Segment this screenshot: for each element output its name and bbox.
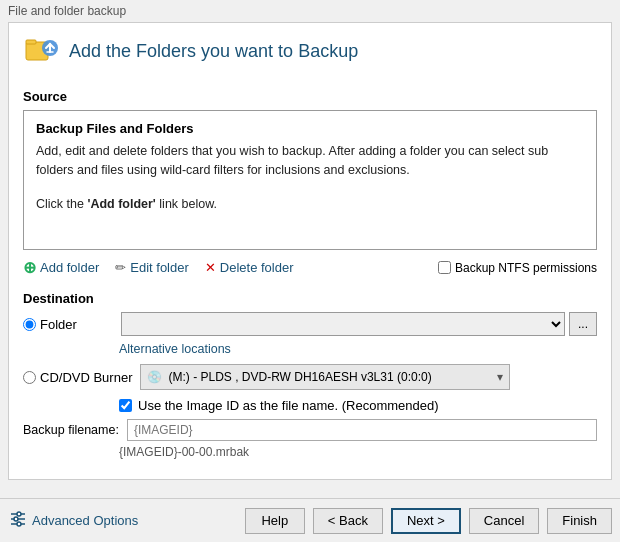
next-button[interactable]: Next > [391, 508, 461, 534]
finish-button[interactable]: Finish [547, 508, 612, 534]
ntfs-check: Backup NTFS permissions [438, 261, 597, 275]
source-box-text3: Click the 'Add folder' link below. [36, 195, 584, 214]
cd-radio[interactable] [23, 371, 36, 384]
folder-radio-label: Folder [23, 317, 113, 332]
filename-label: Backup filename: [23, 423, 119, 437]
folder-radio[interactable] [23, 318, 36, 331]
image-id-checkbox[interactable] [119, 399, 132, 412]
folder-row: Folder ... [23, 312, 597, 336]
x-icon: ✕ [205, 260, 216, 275]
title-bar-text: File and folder backup [8, 4, 126, 18]
folder-label: Folder [40, 317, 77, 332]
image-id-row: Use the Image ID as the file name. (Reco… [119, 398, 597, 413]
backup-icon [23, 33, 59, 69]
help-button[interactable]: Help [245, 508, 305, 534]
destination-label: Destination [23, 291, 597, 306]
ntfs-label: Backup NTFS permissions [455, 261, 597, 275]
filename-hint: {IMAGEID}-00-00.mrbak [119, 445, 597, 459]
image-id-label: Use the Image ID as the file name. (Reco… [138, 398, 439, 413]
cd-row: CD/DVD Burner 💿 (M:) - PLDS , DVD-RW DH1… [23, 364, 597, 390]
add-folder-link[interactable]: ⊕ Add folder [23, 258, 99, 277]
edit-folder-link[interactable]: ✏ Edit folder [115, 260, 189, 275]
cd-label: CD/DVD Burner [40, 370, 132, 385]
browse-button[interactable]: ... [569, 312, 597, 336]
page-title: Add the Folders you want to Backup [69, 41, 358, 62]
source-actions: ⊕ Add folder ✏ Edit folder ✕ Delete fold… [23, 258, 597, 277]
main-panel: Add the Folders you want to Backup Sourc… [8, 22, 612, 480]
folder-dropdown[interactable] [121, 312, 565, 336]
cd-model-text: (M:) - PLDS , DVD-RW DH16AESH v3L31 (0:0… [168, 370, 431, 384]
advanced-options-label: Advanced Options [32, 513, 138, 528]
source-label: Source [23, 89, 597, 104]
delete-folder-link[interactable]: ✕ Delete folder [205, 260, 294, 275]
svg-point-10 [14, 517, 18, 521]
advanced-icon [8, 509, 28, 533]
cd-dropdown-arrow: ▾ [497, 370, 503, 384]
filename-row: Backup filename: [23, 419, 597, 441]
cd-radio-label: CD/DVD Burner [23, 370, 132, 385]
folder-select: ... [121, 312, 597, 336]
alt-locations-link[interactable]: Alternative locations [119, 342, 597, 356]
svg-rect-1 [26, 40, 36, 44]
filename-input[interactable] [127, 419, 597, 441]
add-icon: ⊕ [23, 258, 36, 277]
svg-point-11 [17, 522, 21, 526]
source-box: Backup Files and Folders Add, edit and d… [23, 110, 597, 250]
ntfs-checkbox[interactable] [438, 261, 451, 274]
source-box-text1: Add, edit and delete folders that you wi… [36, 142, 584, 180]
source-box-title: Backup Files and Folders [36, 121, 584, 136]
back-button[interactable]: < Back [313, 508, 383, 534]
svg-point-9 [17, 512, 21, 516]
cancel-button[interactable]: Cancel [469, 508, 539, 534]
advanced-options-link[interactable]: Advanced Options [8, 509, 138, 533]
bottom-bar: Advanced Options Help < Back Next > Canc… [0, 498, 620, 542]
pencil-icon: ✏ [115, 260, 126, 275]
page-header: Add the Folders you want to Backup [23, 33, 597, 77]
title-bar: File and folder backup [0, 0, 620, 22]
cd-drive-select[interactable]: 💿 (M:) - PLDS , DVD-RW DH16AESH v3L31 (0… [140, 364, 510, 390]
destination-section: Destination Folder ... Alternative locat… [23, 291, 597, 459]
cd-drive-icon: 💿 [147, 370, 162, 384]
